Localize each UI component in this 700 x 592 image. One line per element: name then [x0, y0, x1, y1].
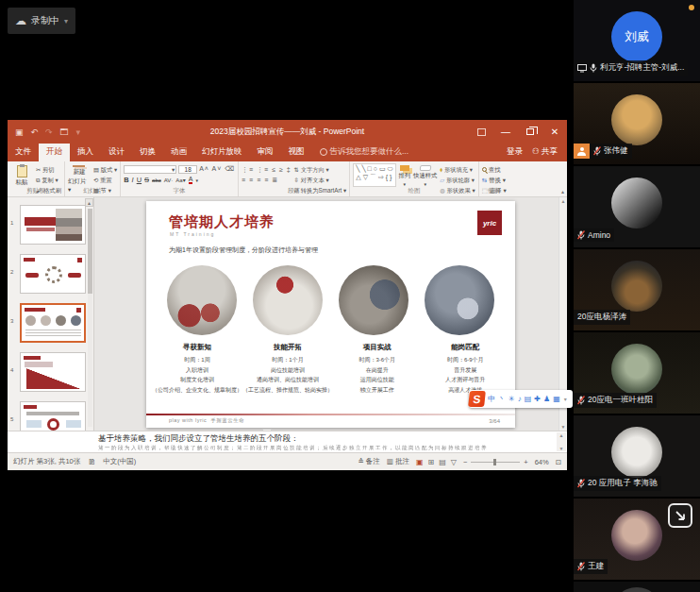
bold-button[interactable]: B: [124, 176, 128, 184]
thumbnail-scrollbar[interactable]: [88, 209, 92, 427]
slide-page-number: 3/64: [489, 418, 500, 424]
font-name-input[interactable]: ▾: [124, 165, 176, 174]
zoom-slider[interactable]: [471, 462, 520, 463]
stage-photos: [146, 265, 515, 335]
thumbnail-slide-4[interactable]: [20, 352, 86, 392]
chevron-down-icon[interactable]: ▾: [64, 17, 68, 25]
language-text[interactable]: 中文(中国): [103, 457, 136, 466]
tell-me-box[interactable]: 告诉我您想要做什么...: [312, 146, 417, 161]
grow-shrink-font-icons[interactable]: A˄ A˅ ⌫: [199, 165, 235, 174]
notes-toggle-button[interactable]: ≙ 备注: [358, 457, 379, 466]
tab-view[interactable]: 视图: [281, 144, 312, 161]
thumbnail-slide-1[interactable]: [20, 205, 86, 245]
tab-slideshow[interactable]: 幻灯片放映: [194, 144, 250, 161]
ribbon: 粘贴 ✂ 剪切 ⧉ 复制 ▾ 🖌 格式刷 剪贴板 新建 幻灯片 ▾ ▤ 版式 ▾: [8, 161, 567, 197]
shape-outline-button[interactable]: ▱ 形状轮廓 ▾: [440, 177, 475, 185]
collapse-ribbon-icon[interactable]: ▴: [561, 188, 564, 195]
new-slide-button[interactable]: 新建 幻灯片 ▾: [68, 163, 91, 187]
pop-out-panel-icon[interactable]: [668, 503, 692, 528]
slide-number: 5: [10, 416, 13, 422]
tab-animations[interactable]: 动画: [163, 144, 194, 161]
participant-tile[interactable]: 20应电一班叶桂阳: [574, 332, 700, 414]
current-slide[interactable]: 管培期人才培养 MT Training 为期1年设置阶段管理制度，分阶段进行培养…: [146, 201, 515, 428]
punctuation-icon[interactable]: 丶: [498, 396, 506, 403]
strikethrough-button[interactable]: S: [144, 176, 149, 184]
thumbnail-slide-2[interactable]: [20, 254, 86, 294]
close-button[interactable]: ✕: [542, 120, 567, 144]
sign-in-link[interactable]: 登录: [507, 146, 523, 158]
stage-column-2: 技能开拓 时间：1个月 岗位技能培训 通岗培训、岗位技能培训 （工艺流程、操作规…: [242, 343, 333, 395]
font-color-button[interactable]: A: [189, 176, 193, 184]
recording-indicator[interactable]: ☁ 录制中 ▾: [8, 8, 75, 34]
ribbon-display-options-button[interactable]: [469, 120, 493, 144]
tab-insert[interactable]: 插入: [70, 144, 101, 161]
italic-button[interactable]: I: [132, 176, 134, 184]
save-icon[interactable]: ▣: [15, 127, 24, 137]
chinese-mode-icon[interactable]: 中: [488, 396, 495, 403]
copy-button[interactable]: ⧉ 复制 ▾: [36, 177, 61, 185]
shape-fill-button[interactable]: ⬧ 形状填充 ▾: [440, 166, 475, 175]
participant-tile[interactable]: 20应电杨泽涛: [574, 249, 700, 330]
emoji-icon[interactable]: ✳: [508, 396, 515, 403]
restore-button[interactable]: [518, 120, 542, 144]
minimize-button[interactable]: —: [493, 120, 518, 144]
zoom-in-icon[interactable]: +: [524, 458, 527, 466]
paste-button[interactable]: 粘贴: [10, 163, 33, 187]
tab-home[interactable]: 开始: [39, 144, 70, 161]
quick-styles-button[interactable]: 快速样式▾: [413, 163, 437, 187]
scroll-up-icon[interactable]: ▲: [85, 198, 93, 207]
character-spacing-button[interactable]: AV·: [164, 178, 174, 183]
tab-design[interactable]: 设计: [101, 144, 132, 161]
voice-input-icon[interactable]: ♪: [518, 396, 522, 403]
thumbnail-slide-3-selected[interactable]: [20, 303, 86, 343]
notes-pane[interactable]: 基于培养策略，我们同步设立了管培生培养的五个阶段： 第一阶段为入职培训，帮助快速…: [8, 431, 567, 452]
text-shadow-button[interactable]: abc: [152, 178, 161, 183]
skin-icon[interactable]: ♟: [543, 396, 550, 403]
spellcheck-icon[interactable]: 🖹: [88, 458, 95, 466]
slideshow-view-icon[interactable]: ▽: [451, 458, 457, 466]
participant-tile[interactable]: 张伟健: [574, 83, 700, 164]
text-direction-button[interactable]: ⇅ 文字方向 ▾: [294, 166, 347, 175]
undo-icon[interactable]: ↶: [31, 127, 39, 137]
list-indent-icons[interactable]: ⋮≡ ⋮≡ ≤ ≥ ‡: [242, 166, 292, 174]
font-color-chevron-icon[interactable]: ▾: [195, 178, 198, 183]
font-size-input[interactable]: 18: [178, 165, 197, 174]
shapes-gallery[interactable]: ╲ ╲ □ ○ ▭ ⬭ △ ▽ ⌒ ⇨ { }: [353, 163, 395, 187]
tab-review[interactable]: 审阅: [250, 144, 281, 161]
arrange-button[interactable]: 排列▾: [399, 163, 411, 187]
share-button[interactable]: ⚇ 共享: [532, 146, 558, 158]
slide-footer-line: [146, 414, 515, 415]
change-case-button[interactable]: Aa▾: [175, 177, 185, 183]
notes-scrollbar[interactable]: ▲▼: [557, 432, 566, 451]
keyboard-icon[interactable]: ▤: [525, 396, 532, 403]
participant-tile[interactable]: 刘威 利元亨-招聘主管-刘威...: [574, 0, 700, 81]
participant-tile[interactable]: 王建: [574, 499, 700, 580]
participant-tile[interactable]: Amino: [574, 166, 700, 247]
comments-toggle-button[interactable]: ▥ 批注: [387, 457, 409, 466]
zoom-out-icon[interactable]: −: [463, 458, 467, 466]
participant-tile-partial[interactable]: [574, 582, 700, 592]
replace-button[interactable]: ⇆ 替换 ▾: [482, 177, 507, 185]
alignment-icons[interactable]: ≡ ≡ ≡ ≡ ≣: [242, 177, 292, 184]
underline-button[interactable]: U: [137, 176, 142, 184]
cut-button[interactable]: ✂ 剪切: [36, 166, 61, 175]
layout-button[interactable]: ▤ 版式 ▾: [93, 166, 117, 175]
tab-transitions[interactable]: 切换: [132, 144, 163, 161]
participant-tile[interactable]: 20 应用电子 李海驰: [574, 415, 700, 497]
chevron-down-icon[interactable]: ▾: [564, 396, 567, 402]
fit-to-window-icon[interactable]: ⊡: [556, 458, 561, 466]
reading-view-icon[interactable]: ▤: [439, 458, 446, 466]
slide-sorter-view-icon[interactable]: ⊞: [427, 458, 434, 466]
find-button[interactable]: 查找: [482, 166, 507, 175]
start-slideshow-icon[interactable]: 🗔: [60, 127, 69, 137]
sogou-logo-icon[interactable]: S: [468, 391, 486, 407]
customize-qat-icon[interactable]: ▾: [76, 127, 81, 137]
toolbox-icon[interactable]: ▦: [553, 396, 560, 403]
redo-icon[interactable]: ↷: [45, 127, 53, 137]
tab-file[interactable]: 文件: [8, 144, 39, 161]
reset-button[interactable]: ⟲ 重置: [93, 177, 117, 185]
normal-view-icon[interactable]: ▣: [416, 458, 424, 466]
handwriting-icon[interactable]: ✚: [534, 396, 541, 403]
align-text-button[interactable]: ⇳ 对齐文本 ▾: [294, 177, 347, 185]
zoom-percentage[interactable]: 64%: [535, 458, 549, 466]
